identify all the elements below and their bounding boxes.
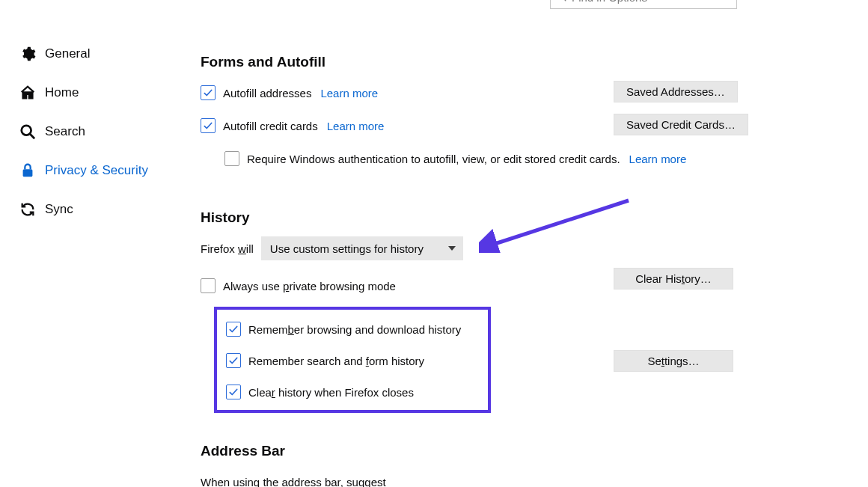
sidebar-item-general[interactable]: General [19,34,184,73]
autofill-addresses-label: Autofill addresses [223,87,311,99]
sidebar-item-label: General [45,46,90,61]
autofill-credit-cards-checkbox[interactable] [201,118,216,133]
always-private-label: Always use private browsing mode [223,280,396,292]
svg-rect-4 [23,169,33,177]
autofill-addresses-checkbox[interactable] [201,85,216,100]
remember-search-checkbox[interactable] [226,353,241,368]
annotation-highlight-box: Remember browsing and download history R… [214,307,491,413]
lock-icon [19,162,36,179]
clear-on-close-checkbox[interactable] [226,385,241,399]
sidebar-item-label: Search [45,124,85,139]
autofill-addresses-learn-more-link[interactable]: Learn more [320,87,378,99]
autofill-credit-cards-label: Autofill credit cards [223,120,318,132]
sidebar-item-label: Sync [45,202,73,217]
svg-line-1 [563,0,566,1]
search-icon [19,123,36,140]
search-icon [557,0,567,2]
firefox-will-label: Firefox will [201,242,254,255]
find-in-options-placeholder: Find in Options [572,0,647,4]
gear-icon [19,46,36,62]
address-bar-heading: Address Bar [201,443,754,459]
home-icon [19,85,36,101]
history-mode-select[interactable]: Use custom settings for history [261,236,463,260]
history-heading: History [201,209,754,226]
address-bar-subtitle: When using the address bar, suggest [201,476,386,488]
windows-auth-checkbox[interactable] [224,151,239,166]
preferences-sidebar: General Home Search Privacy & Security S… [19,34,184,229]
sidebar-item-home[interactable]: Home [19,73,184,112]
clear-history-button[interactable]: Clear History… [614,268,733,290]
history-mode-value: Use custom settings for history [270,242,424,255]
svg-line-3 [30,134,34,138]
svg-point-2 [22,126,31,135]
windows-auth-label: Require Windows authentication to autofi… [247,153,620,165]
sync-icon [19,201,36,218]
windows-auth-learn-more-link[interactable]: Learn more [629,153,687,165]
sidebar-item-label: Home [45,85,79,100]
sidebar-item-privacy-security[interactable]: Privacy & Security [19,151,184,190]
saved-addresses-button[interactable]: Saved Addresses… [614,81,738,102]
sidebar-item-label: Privacy & Security [45,163,148,178]
saved-credit-cards-button[interactable]: Saved Credit Cards… [614,114,748,135]
remember-browsing-checkbox[interactable] [226,322,241,337]
always-private-checkbox[interactable] [201,278,216,293]
autofill-credit-cards-learn-more-link[interactable]: Learn more [327,120,385,132]
forms-autofill-heading: Forms and Autofill [201,54,754,70]
remember-search-label: Remember search and form history [248,355,424,367]
find-in-options-input[interactable]: Find in Options [550,0,737,9]
sidebar-item-search[interactable]: Search [19,112,184,151]
clear-on-close-label: Clear history when Firefox closes [248,386,414,399]
history-settings-button[interactable]: Settings… [614,350,733,372]
sidebar-item-sync[interactable]: Sync [19,190,184,229]
remember-browsing-label: Remember browsing and download history [248,323,461,336]
